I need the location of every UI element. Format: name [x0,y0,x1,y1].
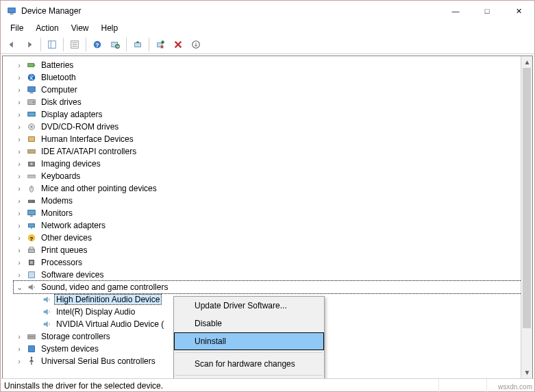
expand-icon[interactable]: › [14,208,25,219]
category-label: Other devices [40,233,93,243]
tree-category[interactable]: ›Mice and other pointing devices [14,182,531,195]
category-label: System devices [40,344,100,354]
category-label: Software devices [40,270,105,280]
enable-button[interactable] [188,36,204,53]
disable-button[interactable] [152,36,169,53]
ctx-update-driver[interactable]: Update Driver Software... [174,297,324,315]
ctx-disable[interactable]: Disable [174,315,324,332]
category-icon [26,195,37,206]
expand-icon[interactable]: › [14,195,25,206]
expand-icon[interactable]: › [14,245,25,256]
title-bar: Device Manager — □ ✕ [1,1,534,21]
uninstall-button[interactable] [170,36,186,53]
expand-icon[interactable]: › [14,331,25,342]
category-label: Print queues [40,245,88,255]
tree-category[interactable]: ›Software devices [14,269,531,281]
device-label: Intel(R) Display Audio [55,307,136,317]
minimize-button[interactable]: — [440,1,471,21]
forward-button[interactable] [21,36,38,53]
svg-rect-46 [30,261,33,264]
expand-icon[interactable]: › [14,72,25,83]
context-menu: Update Driver Software... Disable Uninst… [173,296,325,379]
properties-button[interactable] [66,36,83,53]
status-text: Uninstalls the driver for the selected d… [0,379,439,392]
menu-file[interactable]: File [5,22,29,34]
svg-point-35 [29,201,30,201]
expand-icon[interactable]: › [14,343,25,354]
tree-category[interactable]: ⌄Sound, video and game controllers [14,281,531,293]
expand-icon[interactable]: › [14,60,25,71]
ctx-scan[interactable]: Scan for hardware changes [174,355,324,373]
category-icon [26,97,37,108]
category-icon [26,245,37,256]
svg-rect-12 [135,42,141,47]
expand-icon[interactable]: › [14,97,25,108]
maximize-button[interactable]: □ [471,1,503,21]
ctx-uninstall[interactable]: Uninstall [174,332,324,350]
tree-category[interactable]: ›Disk drives [14,96,531,108]
expand-icon[interactable]: › [14,158,25,169]
tree-category[interactable]: ›Bluetooth [14,71,531,84]
menu-action[interactable]: Action [30,22,64,34]
category-label: Mice and other pointing devices [40,184,158,193]
expand-icon[interactable]: › [14,171,25,182]
category-label: Imaging devices [40,159,102,169]
tree-category[interactable]: ›Network adapters [14,219,531,232]
svg-rect-49 [28,337,36,339]
expand-icon[interactable]: › [14,356,25,367]
category-label: Bluetooth [40,73,77,82]
category-icon [26,208,37,219]
expand-icon[interactable]: › [14,134,25,145]
back-button[interactable] [3,36,20,53]
help-button[interactable]: ? [89,36,105,53]
scroll-down-icon[interactable]: ▼ [521,367,533,378]
tree-category[interactable]: ›Batteries [14,59,531,71]
ctx-separator [175,375,323,376]
device-tree-pane: ›Batteries›Bluetooth›Computer›Disk drive… [2,56,533,379]
close-button[interactable]: ✕ [503,1,534,21]
tree-category[interactable]: ›Modems [14,195,531,207]
expand-icon[interactable]: › [14,269,25,280]
menu-view[interactable]: View [66,22,95,34]
tree-category[interactable]: ›Keyboards [14,170,531,182]
category-label: Sound, video and game controllers [40,282,169,292]
tree-category[interactable]: ›Display adapters [14,108,531,121]
svg-rect-37 [28,210,36,215]
vertical-scrollbar[interactable]: ▲ ▼ [521,56,532,378]
scan-hardware-button[interactable] [107,36,123,53]
tree-category[interactable]: ›Monitors [14,207,531,219]
tree-category[interactable]: ›Computer [14,84,531,96]
tree-category[interactable]: ›DVD/CD-ROM drives [14,121,531,133]
menu-help[interactable]: Help [96,22,124,34]
expand-icon[interactable]: › [14,146,25,157]
expand-icon[interactable]: › [14,84,25,95]
svg-rect-38 [30,216,33,217]
category-icon [26,146,37,157]
expand-icon[interactable]: › [14,257,25,268]
speaker-icon [41,319,52,330]
tree-category[interactable]: ›IDE ATA/ATAPI controllers [14,145,531,158]
scroll-thumb[interactable] [523,68,531,328]
tree-category[interactable]: ›Imaging devices [14,158,531,170]
tree-category[interactable]: ›Human Interface Devices [14,133,531,145]
category-label: IDE ATA/ATAPI controllers [40,147,138,156]
svg-rect-17 [34,64,36,66]
category-icon [26,343,37,354]
category-icon [26,171,37,182]
category-icon [26,331,37,342]
expand-icon[interactable]: › [14,232,25,243]
expand-icon[interactable]: › [14,183,25,194]
tree-category[interactable]: ›?Other devices [14,232,531,244]
tree-category[interactable]: ›Print queues [14,244,531,256]
show-hide-tree-button[interactable] [44,36,60,53]
category-icon [26,356,37,367]
expand-icon[interactable]: › [14,121,25,132]
collapse-icon[interactable]: ⌄ [14,282,25,293]
scroll-up-icon[interactable]: ▲ [521,56,533,68]
tree-category[interactable]: ›Processors [14,256,531,269]
svg-text:?: ? [30,236,34,242]
expand-icon[interactable]: › [14,220,25,231]
expand-icon[interactable]: › [14,109,25,120]
update-driver-button[interactable] [129,36,146,53]
device-label: High Definition Audio Device [55,295,161,304]
